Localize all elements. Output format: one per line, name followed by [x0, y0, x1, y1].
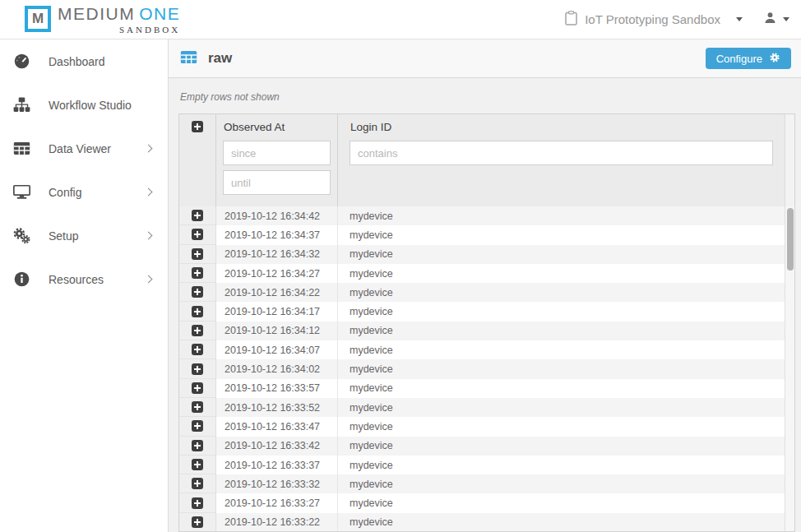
table-row[interactable]: 2019-10-12 16:34:22 mydevice	[179, 283, 794, 302]
expand-cell	[179, 456, 216, 474]
observed-at-cell: 2019-10-12 16:34:32	[216, 245, 338, 264]
login-id-cell: mydevice	[338, 417, 794, 436]
chevron-right-icon	[145, 188, 153, 197]
table-row[interactable]: 2019-10-12 16:34:17 mydevice	[179, 302, 794, 321]
observed-at-cell: 2019-10-12 16:33:32	[216, 474, 338, 493]
raw-events-table: Observed At Login ID	[178, 113, 795, 532]
expand-cell	[179, 474, 216, 493]
medium-one-logo[interactable]: M MEDIUMONE SANDBOX	[25, 4, 180, 35]
observed-at-cell: 2019-10-12 16:34:37	[216, 225, 338, 244]
expand-row-button[interactable]	[192, 210, 203, 221]
expand-row-button[interactable]	[192, 229, 203, 240]
expand-cell	[179, 322, 216, 340]
account-switcher[interactable]: IoT Prototyping Sandbox	[565, 11, 743, 28]
logo-m-letter: M	[32, 11, 44, 27]
sidebar-item-resources[interactable]: Resources	[0, 257, 168, 301]
observed-at-cell: 2019-10-12 16:33:57	[216, 379, 338, 398]
expand-row-button[interactable]	[192, 382, 203, 394]
sidebar-item-label: Config	[49, 186, 146, 199]
table-row[interactable]: 2019-10-12 16:33:22 mydevice	[179, 513, 794, 531]
expand-cell	[179, 437, 216, 456]
since-filter-input[interactable]	[223, 141, 331, 165]
login-id-cell: mydevice	[338, 474, 794, 493]
user-menu[interactable]	[764, 12, 789, 27]
expand-cell	[179, 417, 216, 436]
expand-row-button[interactable]	[192, 286, 203, 298]
contains-filter-input[interactable]	[350, 141, 773, 165]
observed-at-cell: 2019-10-12 16:33:37	[216, 456, 338, 474]
expand-row-button[interactable]	[192, 420, 203, 432]
logo-m-mark: M	[25, 6, 51, 32]
expand-row-button[interactable]	[192, 516, 203, 528]
table-row[interactable]: 2019-10-12 16:33:57 mydevice	[179, 379, 794, 398]
expand-row-button[interactable]	[192, 478, 203, 489]
login-id-header-cell: Login ID	[338, 114, 785, 206]
observed-at-cell: 2019-10-12 16:34:27	[216, 264, 338, 283]
expand-row-button[interactable]	[192, 344, 203, 355]
table-header: Observed At Login ID	[179, 114, 794, 206]
sidebar-item-setup[interactable]: Setup	[0, 214, 168, 257]
configure-button[interactable]: Configure	[706, 48, 791, 69]
login-id-cell: mydevice	[338, 302, 794, 321]
table-row[interactable]: 2019-10-12 16:34:07 mydevice	[179, 340, 794, 359]
expand-row-button[interactable]	[192, 459, 203, 470]
login-id-cell: mydevice	[338, 283, 794, 302]
table-row[interactable]: 2019-10-12 16:33:27 mydevice	[179, 493, 794, 512]
table-row[interactable]: 2019-10-12 16:33:42 mydevice	[179, 437, 794, 456]
expand-all-button[interactable]	[192, 121, 203, 132]
observed-at-cell: 2019-10-12 16:34:42	[216, 206, 338, 225]
table-row[interactable]: 2019-10-12 16:34:42 mydevice	[179, 206, 794, 225]
expand-row-button[interactable]	[192, 325, 203, 336]
expand-all-header-cell	[179, 114, 216, 206]
table-icon	[180, 49, 197, 69]
logo-sandbox-subtitle: SANDBOX	[58, 25, 180, 35]
sidebar-item-label: Data Viewer	[49, 142, 146, 155]
logo-text: MEDIUMONE SANDBOX	[58, 4, 180, 35]
login-id-cell: mydevice	[338, 225, 794, 244]
sidebar-item-workflow-studio[interactable]: Workflow Studio	[0, 83, 168, 127]
scrollbar-thumb[interactable]	[787, 208, 794, 271]
sidebar-item-config[interactable]: Config	[0, 170, 168, 214]
expand-cell	[179, 225, 216, 244]
logo-wordmark: MEDIUMONE	[58, 4, 180, 24]
expand-row-button[interactable]	[192, 267, 203, 279]
expand-row-button[interactable]	[192, 363, 203, 375]
observed-at-cell: 2019-10-12 16:34:02	[216, 359, 338, 378]
expand-row-button[interactable]	[192, 497, 203, 509]
observed-at-cell: 2019-10-12 16:34:22	[216, 283, 338, 302]
logo-one: ONE	[139, 4, 180, 23]
observed-at-header-cell: Observed At	[216, 114, 338, 206]
table-row[interactable]: 2019-10-12 16:33:32 mydevice	[179, 474, 794, 493]
table-row[interactable]: 2019-10-12 16:34:32 mydevice	[179, 245, 794, 264]
table-row[interactable]: 2019-10-12 16:33:47 mydevice	[179, 417, 794, 436]
table-row[interactable]: 2019-10-12 16:34:12 mydevice	[179, 322, 794, 340]
login-id-column-label: Login ID	[350, 121, 773, 133]
table-row[interactable]: 2019-10-12 16:34:02 mydevice	[179, 359, 794, 378]
login-id-cell: mydevice	[338, 513, 794, 531]
chevron-right-icon	[145, 232, 153, 240]
sidebar-item-dashboard[interactable]: Dashboard	[0, 39, 168, 83]
sidebar-item-data-viewer[interactable]: Data Viewer	[0, 127, 168, 170]
sitemap-icon	[12, 96, 31, 113]
sidebar-item-label: Resources	[49, 273, 146, 286]
gear-icon	[769, 52, 780, 66]
chevron-right-icon	[145, 145, 153, 153]
table-row[interactable]: 2019-10-12 16:34:27 mydevice	[179, 264, 794, 283]
page-title: raw	[208, 50, 232, 67]
table-row[interactable]: 2019-10-12 16:34:37 mydevice	[179, 225, 794, 244]
table-row[interactable]: 2019-10-12 16:33:52 mydevice	[179, 398, 794, 417]
scrollbar-header-spacer	[785, 114, 794, 206]
expand-cell	[179, 283, 216, 302]
table-vertical-scrollbar[interactable]	[785, 206, 794, 531]
expand-row-button[interactable]	[192, 440, 203, 451]
observed-at-cell: 2019-10-12 16:34:07	[216, 340, 338, 359]
expand-row-button[interactable]	[192, 248, 203, 260]
table-body: 2019-10-12 16:34:42 mydevice 2019-10-12 …	[179, 206, 794, 531]
expand-row-button[interactable]	[192, 306, 203, 317]
configure-button-label: Configure	[716, 53, 762, 65]
expand-row-button[interactable]	[192, 401, 203, 413]
until-filter-input[interactable]	[223, 170, 331, 195]
main-layout: Dashboard Workflow Studio	[0, 39, 801, 532]
observed-at-cell: 2019-10-12 16:33:52	[216, 398, 338, 417]
table-row[interactable]: 2019-10-12 16:33:37 mydevice	[179, 456, 794, 474]
